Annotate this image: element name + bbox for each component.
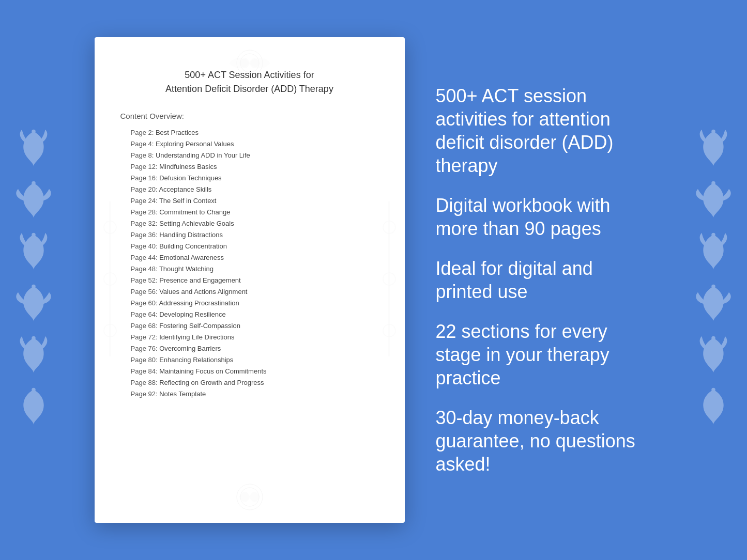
content-overview-label: Content Overview: — [120, 112, 379, 120]
table-row: Page 36: Handling Distractions — [120, 229, 379, 240]
toc-title: Thought Watching — [158, 265, 214, 273]
toc-title: Addressing Procrastination — [158, 299, 239, 307]
table-row: Page 20: Acceptance Skills — [120, 183, 379, 195]
toc-page-num: Page 40: — [131, 242, 158, 250]
doc-watermark-bottom — [95, 481, 405, 512]
toc-page-num: Page 92: — [131, 390, 158, 398]
svg-point-20 — [383, 273, 395, 285]
svg-point-22 — [237, 484, 263, 510]
table-row: Page 4: Exploring Personal Values — [120, 138, 379, 149]
toc-page-num: Page 20: — [131, 185, 158, 193]
toc-title: Presence and Engagement — [158, 276, 241, 284]
main-container: 500+ ACT Session Activities for Attentio… — [0, 0, 747, 560]
toc-title: Acceptance Skills — [158, 185, 212, 193]
document-title: 500+ ACT Session Activities for Attentio… — [120, 68, 379, 96]
toc-page-num: Page 36: — [131, 231, 158, 239]
table-row: Page 24: The Self in Context — [120, 195, 379, 206]
svg-point-15 — [104, 221, 116, 234]
toc-page-num: Page 44: — [131, 254, 158, 261]
table-of-contents: Page 2: Best PracticesPage 4: Exploring … — [120, 127, 379, 399]
info-block-1: 500+ ACT session activities for attentio… — [436, 84, 653, 177]
toc-page-num: Page 28: — [131, 208, 158, 216]
toc-title: Understanding ADD in Your Life — [154, 151, 250, 159]
toc-title: Building Concentration — [158, 242, 227, 250]
table-row: Page 72: Identifying Life Directions — [120, 331, 379, 343]
table-row: Page 12: Mindfulness Basics — [120, 161, 379, 172]
toc-title: Mindfulness Basics — [158, 163, 217, 170]
toc-title: Maintaining Focus on Commitments — [158, 367, 267, 375]
toc-title: Defusion Techniques — [158, 174, 222, 182]
toc-title: Overcoming Barriers — [158, 345, 221, 352]
toc-page-num: Page 52: — [131, 276, 158, 284]
info-block-2: Digital workbook with more than 90 pages — [436, 194, 653, 240]
toc-page-num: Page 80: — [131, 356, 158, 364]
toc-page-num: Page 2: — [131, 129, 154, 136]
toc-page-num: Page 88: — [131, 379, 158, 386]
toc-title: Emotional Awareness — [158, 254, 224, 261]
toc-page-num: Page 48: — [131, 265, 158, 273]
toc-title: Handling Distractions — [158, 231, 223, 239]
doc-watermark-left — [100, 201, 120, 359]
table-row: Page 80: Enhancing Relationships — [120, 354, 379, 365]
table-row: Page 88: Reflecting on Growth and Progre… — [120, 377, 379, 388]
svg-point-17 — [104, 324, 116, 337]
table-row: Page 76: Overcoming Barriers — [120, 343, 379, 354]
table-row: Page 40: Building Concentration — [120, 240, 379, 252]
toc-title: Values and Actions Alignment — [158, 288, 248, 295]
toc-page-num: Page 4: — [131, 140, 154, 148]
toc-title: Exploring Personal Values — [154, 140, 234, 148]
info-panel: 500+ ACT session activities for attentio… — [436, 84, 653, 476]
toc-title: Developing Resilience — [158, 310, 226, 318]
svg-point-21 — [383, 324, 395, 337]
svg-point-16 — [104, 273, 116, 285]
toc-title: Commitment to Change — [158, 208, 231, 216]
info-block-3: Ideal for digital and printed use — [436, 257, 653, 303]
svg-rect-14 — [109, 201, 111, 356]
toc-page-num: Page 32: — [131, 220, 158, 227]
toc-page-num: Page 64: — [131, 310, 158, 318]
document-page: 500+ ACT Session Activities for Attentio… — [95, 37, 405, 523]
table-row: Page 64: Developing Resilience — [120, 308, 379, 320]
toc-page-num: Page 76: — [131, 345, 158, 352]
table-row: Page 92: Notes Template — [120, 388, 379, 399]
table-row: Page 8: Understanding ADD in Your Life — [120, 149, 379, 161]
toc-page-num: Page 56: — [131, 288, 158, 295]
toc-title: Identifying Life Directions — [158, 333, 235, 341]
toc-title: Enhancing Relationships — [158, 356, 234, 364]
table-row: Page 84: Maintaining Focus on Commitment… — [120, 365, 379, 377]
toc-page-num: Page 60: — [131, 299, 158, 307]
table-row: Page 2: Best Practices — [120, 127, 379, 138]
toc-page-num: Page 84: — [131, 367, 158, 375]
svg-rect-18 — [388, 201, 390, 356]
table-row: Page 44: Emotional Awareness — [120, 252, 379, 263]
table-row: Page 48: Thought Watching — [120, 263, 379, 274]
svg-point-23 — [240, 488, 259, 506]
toc-page-num: Page 68: — [131, 322, 158, 330]
toc-page-num: Page 12: — [131, 163, 158, 170]
info-block-5: 30-day money-back guarantee, no question… — [436, 406, 653, 476]
toc-title: The Self in Context — [158, 197, 217, 205]
toc-page-num: Page 16: — [131, 174, 158, 182]
table-row: Page 16: Defusion Techniques — [120, 172, 379, 183]
toc-page-num: Page 8: — [131, 151, 154, 159]
toc-title: Best Practices — [154, 129, 199, 136]
toc-title: Setting Achievable Goals — [158, 220, 234, 227]
table-row: Page 52: Presence and Engagement — [120, 274, 379, 286]
svg-point-19 — [383, 221, 395, 234]
info-block-4: 22 sections for every stage in your ther… — [436, 320, 653, 390]
table-row: Page 60: Addressing Procrastination — [120, 297, 379, 308]
table-row: Page 32: Setting Achievable Goals — [120, 217, 379, 229]
table-row: Page 56: Values and Actions Alignment — [120, 286, 379, 297]
toc-page-num: Page 72: — [131, 333, 158, 341]
toc-page-num: Page 24: — [131, 197, 158, 205]
table-row: Page 28: Commitment to Change — [120, 206, 379, 217]
toc-title: Fostering Self-Compassion — [158, 322, 240, 330]
toc-title: Notes Template — [158, 390, 206, 398]
table-row: Page 68: Fostering Self-Compassion — [120, 320, 379, 331]
toc-title: Reflecting on Growth and Progress — [158, 379, 264, 386]
doc-watermark-right — [379, 201, 400, 359]
